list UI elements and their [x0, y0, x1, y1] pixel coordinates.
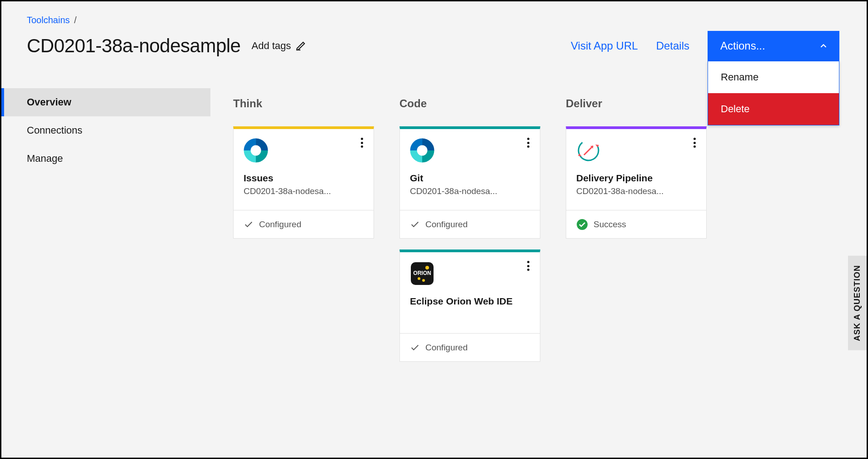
- sidebar: Overview Connections Manage: [1, 70, 210, 391]
- actions-label: Actions...: [720, 40, 765, 52]
- column-deliver: Deliver Delivery Pipeline CD0201-38a-nod…: [566, 97, 707, 373]
- actions-dropdown-button[interactable]: Actions...: [708, 31, 839, 61]
- card-orion-status: Configured: [400, 333, 540, 361]
- card-git-status-label: Configured: [425, 220, 468, 230]
- actions-menu-rename[interactable]: Rename: [708, 61, 839, 93]
- actions-menu-delete[interactable]: Delete: [708, 93, 839, 125]
- page-title: CD0201-38a-nodesample: [27, 35, 240, 57]
- card-orion-status-label: Configured: [425, 343, 468, 353]
- column-think-title: Think: [233, 97, 374, 110]
- card-pipeline-title: Delivery Pipeline: [576, 173, 696, 184]
- breadcrumb-toolchains-link[interactable]: Toolchains: [27, 15, 70, 25]
- card-pipeline-status-label: Success: [594, 220, 626, 230]
- breadcrumb-separator: /: [74, 15, 77, 25]
- card-orion-ide[interactable]: ORION Eclipse Orion Web IDE Configured: [399, 249, 540, 362]
- card-git-title: Git: [410, 173, 530, 184]
- svg-point-28: [577, 219, 588, 230]
- sidebar-item-manage[interactable]: Manage: [1, 145, 210, 173]
- visit-app-url-link[interactable]: Visit App URL: [571, 40, 638, 52]
- card-pipeline-menu[interactable]: [690, 136, 699, 149]
- svg-text:ORION: ORION: [413, 270, 431, 276]
- details-link[interactable]: Details: [656, 40, 689, 52]
- card-git-subtitle: CD0201-38a-nodesa...: [410, 186, 528, 196]
- svg-point-20: [425, 266, 429, 269]
- card-git-menu[interactable]: [524, 136, 533, 149]
- card-orion-title: Eclipse Orion Web IDE: [410, 296, 530, 307]
- card-delivery-pipeline[interactable]: Delivery Pipeline CD0201-38a-nodesa... S…: [566, 126, 707, 239]
- orion-icon: ORION: [410, 261, 434, 286]
- checkmark-icon: [410, 343, 420, 353]
- card-pipeline-subtitle: CD0201-38a-nodesa...: [576, 186, 694, 196]
- add-tags-label: Add tags: [251, 40, 291, 52]
- card-git[interactable]: Git CD0201-38a-nodesa... Configured: [399, 126, 540, 239]
- card-issues-status: Configured: [234, 210, 374, 238]
- column-code-title: Code: [399, 97, 540, 110]
- card-issues[interactable]: Issues CD0201-38a-nodesa... Configured: [233, 126, 374, 239]
- actions-menu: Rename Delete: [708, 61, 839, 125]
- checkmark-icon: [244, 220, 254, 230]
- breadcrumb: Toolchains /: [27, 15, 841, 25]
- card-issues-status-label: Configured: [259, 220, 301, 230]
- column-deliver-title: Deliver: [566, 97, 707, 110]
- ask-a-question-tab[interactable]: ASK A QUESTION: [848, 256, 867, 350]
- column-think: Think Issues CD0201-38a-nodesa...: [233, 97, 374, 373]
- card-issues-menu[interactable]: [357, 136, 366, 149]
- git-repo-icon: [244, 138, 268, 163]
- column-code: Code Git CD0201-38a-nodesa...: [399, 97, 540, 373]
- edit-icon: [295, 40, 306, 51]
- card-orion-menu[interactable]: [524, 259, 533, 272]
- git-repo-icon: [410, 138, 434, 163]
- svg-point-22: [422, 279, 425, 282]
- sidebar-item-connections[interactable]: Connections: [1, 116, 210, 145]
- success-icon: [576, 219, 588, 230]
- card-issues-title: Issues: [244, 173, 364, 184]
- svg-point-21: [418, 277, 420, 280]
- checkmark-icon: [410, 220, 420, 230]
- chevron-up-icon: [818, 41, 828, 51]
- sidebar-item-overview[interactable]: Overview: [1, 88, 210, 116]
- card-issues-subtitle: CD0201-38a-nodesa...: [244, 186, 362, 196]
- add-tags-button[interactable]: Add tags: [251, 40, 306, 52]
- card-pipeline-status: Success: [566, 210, 706, 238]
- pipeline-icon: [576, 138, 601, 163]
- card-git-status: Configured: [400, 210, 540, 238]
